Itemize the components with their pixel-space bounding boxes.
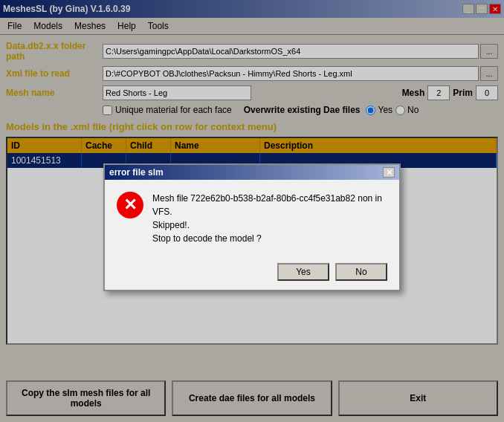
error-dialog: error file slm ✕ ✕ Mesh file 722e62b0-b5… <box>103 163 401 291</box>
dialog-title-bar: error file slm ✕ <box>105 165 399 180</box>
dialog-title: error file slm <box>109 167 164 178</box>
dialog-body: ✕ Mesh file 722e62b0-b538-b2af-80b6-cc4f… <box>105 180 399 257</box>
app-container: MeshesSL (by Gina) V.1.6.0.39 _ □ ✕ File… <box>0 0 504 422</box>
dialog-overlay: error file slm ✕ ✕ Mesh file 722e62b0-b5… <box>0 0 504 422</box>
dialog-yes-button[interactable]: Yes <box>277 263 329 281</box>
dialog-buttons: Yes No <box>105 257 399 290</box>
dialog-close-button[interactable]: ✕ <box>383 167 395 178</box>
dialog-no-button[interactable]: No <box>335 263 387 281</box>
dialog-message: Mesh file 722e62b0-b538-b2af-80b6-cc4f5e… <box>152 192 387 245</box>
error-icon: ✕ <box>117 192 143 218</box>
